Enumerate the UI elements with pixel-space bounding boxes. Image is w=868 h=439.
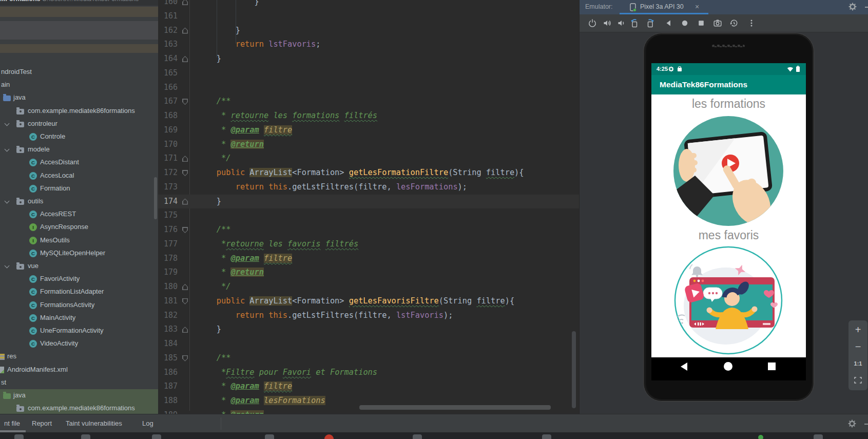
tree-item-androidmanifest-xml[interactable]: AndroidManifest.xml	[0, 364, 158, 376]
rotate-left-icon[interactable]	[630, 18, 639, 28]
tree-item-java[interactable]: java	[0, 389, 158, 402]
fit-to-window-button[interactable]	[848, 374, 867, 387]
editor-vscrollbar-thumb[interactable]	[572, 331, 576, 408]
bottom-tab-taint-vulnerabilities[interactable]: Taint vulnerabilities	[66, 419, 122, 427]
code-line-173[interactable]: 173 return this.getLstFiltres(filtre, le…	[158, 180, 579, 195]
nav-overview-button[interactable]	[768, 362, 776, 370]
tree-item-res[interactable]: res	[0, 350, 158, 363]
tree-item-favoriactivity[interactable]: CFavoriActivity	[0, 273, 158, 285]
zoom-one-to-one-button[interactable]: 1:1	[848, 358, 867, 371]
taskbar-icon-notification[interactable]	[324, 434, 334, 439]
code-line-185[interactable]: 185 /**	[158, 351, 579, 366]
code-line-161[interactable]: 161	[158, 9, 579, 24]
code-line-166[interactable]: 166	[158, 81, 579, 95]
project-scrollbar-thumb[interactable]	[154, 177, 157, 219]
phone-screen[interactable]: 4:25 MediaTek86Formations les formations	[651, 63, 806, 380]
code-line-164[interactable]: 164 }	[158, 52, 579, 66]
home-icon[interactable]	[680, 18, 689, 28]
volume-up-icon[interactable]	[603, 18, 612, 28]
bottom-tab-nt-file[interactable]: nt file	[4, 419, 20, 427]
nav-back-button[interactable]	[681, 362, 687, 371]
more-icon[interactable]	[747, 18, 756, 28]
code-line-167[interactable]: 167 /**	[158, 94, 579, 109]
fold-marker-icon[interactable]	[182, 170, 188, 176]
volume-down-icon[interactable]	[616, 18, 626, 28]
taskbar-icon[interactable]	[814, 434, 823, 439]
tree-item-mesoutils[interactable]: IMesOutils	[0, 234, 158, 247]
tree-item-formationsactivity[interactable]: CFormationsActivity	[0, 299, 158, 312]
code-line-177[interactable]: 177 *retourne les favoris filtrés	[158, 237, 579, 252]
code-editor[interactable]: 160 }161162 }163 return lstFavoris;164 }…	[158, 0, 579, 414]
fold-marker-icon[interactable]	[182, 28, 188, 34]
tree-item-st[interactable]: st	[0, 376, 158, 389]
fold-marker-icon[interactable]	[182, 99, 188, 105]
tree-item-java[interactable]: java	[0, 91, 158, 104]
code-line-178[interactable]: 178 * @param filtre	[158, 252, 579, 266]
fold-marker-icon[interactable]	[182, 284, 188, 290]
editor-hscrollbar-thumb[interactable]	[359, 405, 551, 410]
tree-item-formation[interactable]: CFormation	[0, 182, 158, 195]
tree-item-outils[interactable]: outils	[0, 195, 158, 208]
tree-item-mainactivity[interactable]: CMainActivity	[0, 312, 158, 325]
fold-marker-icon[interactable]	[182, 0, 188, 5]
code-line-182[interactable]: 182 return this.getLstFiltres(filtre, ls…	[158, 309, 579, 323]
code-line-176[interactable]: 176 /**	[158, 223, 579, 237]
code-line-172[interactable]: 172 public ArrayList<Formation> getLesFo…	[158, 166, 579, 180]
chevron-down-icon[interactable]	[5, 199, 10, 204]
hide-panel-icon[interactable]	[865, 7, 868, 8]
overview-icon[interactable]	[697, 18, 706, 28]
fold-marker-icon[interactable]	[182, 355, 188, 361]
tree-item-ndroidtest[interactable]: ndroidTest	[0, 66, 158, 79]
tree-item-accesdistant[interactable]: CAccesDistant	[0, 156, 158, 169]
code-line-163[interactable]: 163 return lstFavoris;	[158, 37, 579, 52]
fold-marker-icon[interactable]	[182, 298, 188, 304]
code-line-181[interactable]: 181 public ArrayList<Formation> getLesFa…	[158, 294, 579, 309]
tree-item-videoactivity[interactable]: CVideoActivity	[0, 337, 158, 350]
code-line-175[interactable]: 175	[158, 208, 579, 223]
tree-item-ain[interactable]: ain	[0, 79, 158, 91]
code-line-171[interactable]: 171 */	[158, 151, 579, 166]
code-line-169[interactable]: 169 * @param filtre	[158, 123, 579, 138]
hide-bar-icon[interactable]	[864, 424, 868, 425]
code-line-168[interactable]: 168 * retourne les formations filtrés	[158, 109, 579, 123]
taskbar-icon[interactable]	[14, 434, 24, 439]
code-line-170[interactable]: 170 * @return	[158, 138, 579, 152]
zoom-out-button[interactable]: −	[848, 341, 867, 354]
taskbar-icon[interactable]	[265, 434, 274, 439]
code-line-160[interactable]: 160 }	[158, 0, 579, 9]
tree-item-com-example-mediatek86formations[interactable]: com.example.mediatek86formations	[0, 402, 158, 414]
fold-marker-icon[interactable]	[182, 327, 188, 333]
code-line-183[interactable]: 183 }	[158, 322, 579, 337]
tree-item-modele[interactable]: modele	[0, 143, 158, 156]
fold-marker-icon[interactable]	[182, 56, 188, 62]
bottom-tab-report[interactable]: Report	[32, 419, 52, 427]
code-line-187[interactable]: 187 * @param filtre	[158, 379, 579, 394]
tree-item-acceslocal[interactable]: CAccesLocal	[0, 169, 158, 182]
taskbar-icon[interactable]	[413, 434, 422, 439]
chevron-down-icon[interactable]	[5, 263, 10, 269]
tree-item-controleur[interactable]: controleur	[0, 118, 158, 130]
taskbar-icon[interactable]	[81, 434, 90, 439]
tree-item-vue[interactable]: vue	[0, 260, 158, 273]
close-tab-icon[interactable]: ×	[695, 3, 699, 11]
tree-item-uneformationactivity[interactable]: CUneFormationActivity	[0, 325, 158, 337]
code-line-180[interactable]: 180 */	[158, 280, 579, 294]
tree-item-asyncresponse[interactable]: IAsyncResponse	[0, 221, 158, 234]
fold-marker-icon[interactable]	[182, 227, 188, 233]
chevron-down-icon[interactable]	[5, 147, 10, 152]
code-line-162[interactable]: 162 }	[158, 24, 579, 38]
tree-item-mysqliteopenhelper[interactable]: CMySQLiteOpenHelper	[0, 247, 158, 260]
nav-home-button[interactable]	[724, 362, 732, 371]
code-line-174[interactable]: 174 }	[158, 195, 579, 209]
fold-marker-icon[interactable]	[182, 156, 188, 162]
favoris-image-button[interactable]	[673, 245, 783, 355]
formations-image-button[interactable]	[673, 116, 783, 226]
snapshots-icon[interactable]	[729, 18, 739, 28]
emulator-settings-gear-icon[interactable]	[848, 3, 857, 13]
power-icon[interactable]	[588, 18, 597, 28]
taskbar-icon[interactable]	[152, 434, 161, 439]
zoom-in-button[interactable]: +	[848, 323, 867, 337]
rotate-right-icon[interactable]	[646, 18, 655, 28]
tree-item-com-example-mediatek86formations[interactable]: com.example.mediatek86formations	[0, 105, 158, 118]
code-line-186[interactable]: 186 *Filtre pour Favori et Formations	[158, 366, 579, 380]
